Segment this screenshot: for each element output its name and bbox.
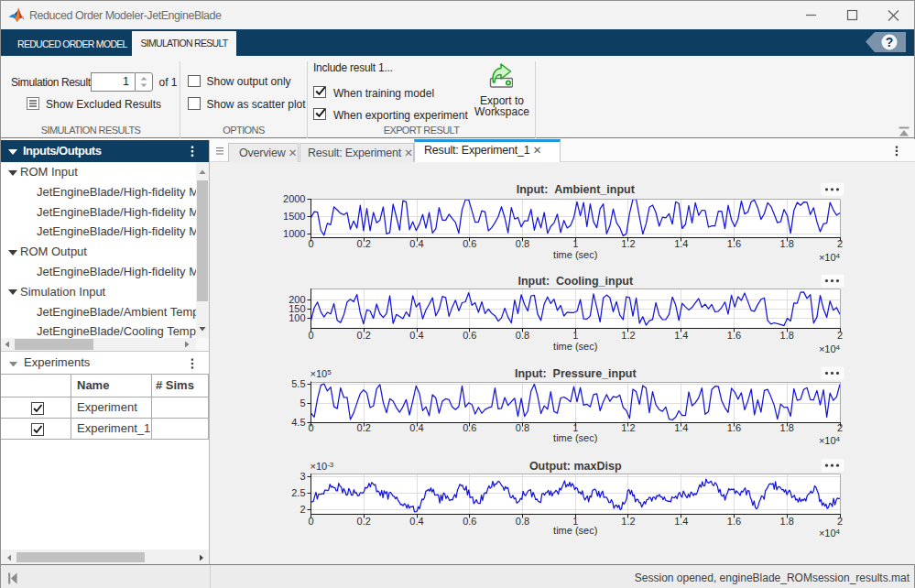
- svg-text:0: 0: [308, 516, 313, 527]
- svg-text:2: 2: [837, 238, 843, 249]
- svg-text:0.8: 0.8: [516, 330, 529, 341]
- svg-text:1: 1: [572, 238, 578, 249]
- svg-text:0.4: 0.4: [409, 238, 423, 249]
- svg-text:1.6: 1.6: [727, 330, 741, 341]
- svg-text:2: 2: [837, 516, 843, 527]
- svg-text:0.2: 0.2: [357, 422, 371, 433]
- svg-text:0.2: 0.2: [357, 238, 371, 249]
- svg-text:Output: maxDisp: Output: maxDisp: [529, 460, 622, 473]
- svg-text:5: 5: [300, 397, 305, 408]
- svg-text:time (sec): time (sec): [553, 525, 597, 536]
- svg-text:1: 1: [572, 330, 578, 341]
- svg-text:1.6: 1.6: [727, 422, 741, 433]
- svg-text:3: 3: [300, 471, 305, 482]
- svg-text:0.6: 0.6: [463, 330, 476, 341]
- svg-text:1.8: 1.8: [780, 422, 794, 433]
- svg-text:0.6: 0.6: [463, 422, 476, 433]
- svg-text:Input: Pressure_input: Input: Pressure_input: [515, 367, 637, 380]
- svg-text:1: 1: [572, 422, 578, 433]
- svg-text:0.6: 0.6: [463, 238, 476, 249]
- svg-text:1.8: 1.8: [780, 330, 794, 341]
- svg-text:0.8: 0.8: [516, 238, 529, 249]
- svg-text:0: 0: [308, 238, 313, 249]
- svg-text:0.8: 0.8: [516, 516, 529, 527]
- svg-text:0: 0: [308, 422, 313, 433]
- svg-text:1500: 1500: [283, 211, 305, 222]
- svg-text:0.6: 0.6: [463, 516, 476, 527]
- svg-text:?: ?: [886, 35, 894, 49]
- svg-text:1000: 1000: [283, 228, 305, 239]
- svg-text:0.4: 0.4: [409, 422, 423, 433]
- svg-text:2: 2: [300, 504, 305, 515]
- svg-text:2.5: 2.5: [291, 487, 305, 498]
- svg-text:2: 2: [837, 422, 843, 433]
- svg-text:time (sec): time (sec): [553, 249, 597, 260]
- svg-text:5.5: 5.5: [291, 378, 305, 389]
- svg-text:0.8: 0.8: [516, 422, 529, 433]
- svg-text:1.8: 1.8: [780, 238, 794, 249]
- svg-text:0.2: 0.2: [357, 330, 371, 341]
- svg-text:Input: Ambient_input: Input: Ambient_input: [517, 183, 636, 196]
- svg-text:1.2: 1.2: [621, 422, 635, 433]
- svg-text:Input: Cooling_input: Input: Cooling_input: [517, 275, 633, 288]
- svg-text:1.2: 1.2: [621, 516, 635, 527]
- svg-text:1.2: 1.2: [621, 330, 635, 341]
- svg-text:1.2: 1.2: [621, 238, 635, 249]
- svg-text:1.4: 1.4: [674, 516, 688, 527]
- svg-text:1.4: 1.4: [674, 238, 688, 249]
- svg-text:1.6: 1.6: [727, 516, 741, 527]
- svg-text:0: 0: [308, 330, 313, 341]
- svg-text:2: 2: [837, 330, 843, 341]
- svg-text:1.6: 1.6: [727, 238, 741, 249]
- svg-text:1.4: 1.4: [674, 330, 688, 341]
- svg-text:2000: 2000: [283, 193, 305, 204]
- svg-text:200: 200: [289, 294, 305, 305]
- svg-text:0.4: 0.4: [409, 330, 423, 341]
- svg-text:0.2: 0.2: [357, 516, 371, 527]
- svg-text:time (sec): time (sec): [553, 432, 597, 443]
- svg-text:1.4: 1.4: [674, 422, 688, 433]
- svg-text:time (sec): time (sec): [553, 341, 597, 352]
- svg-text:1.8: 1.8: [780, 516, 794, 527]
- svg-text:0.4: 0.4: [409, 516, 423, 527]
- svg-text:4.5: 4.5: [291, 417, 305, 428]
